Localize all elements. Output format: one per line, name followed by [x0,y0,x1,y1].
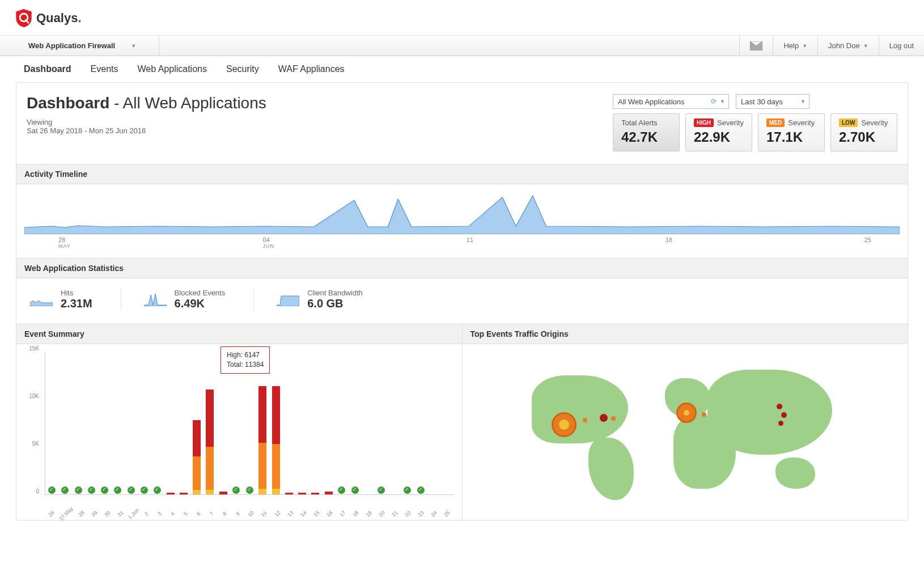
badge-low: LOW [839,119,858,127]
bar-slot[interactable] [335,352,348,494]
bar-slot[interactable] [295,352,308,494]
bar-slot[interactable] [151,352,164,494]
check-icon [351,486,359,494]
bar-slot[interactable] [58,352,71,494]
nav-dashboard[interactable]: Dashboard [24,64,71,74]
filter-range-select[interactable]: Last 30 days ▼ [736,94,809,109]
bar-slot[interactable] [309,352,322,494]
spark-hits-icon [30,293,53,306]
bar-slot[interactable] [85,352,98,494]
stat-bandwidth: Client Bandwidth6.0 GB [253,289,391,310]
topbar: Web Application Firewall ▼ Help▼ John Do… [0,36,924,56]
bar-slot[interactable] [204,352,217,494]
stat-blocked: Blocked Events6.49K [121,289,254,310]
bar-slot[interactable] [98,352,111,494]
bar-slot[interactable] [230,352,243,494]
section-activity-timeline: Activity Timeline [16,164,908,184]
bar-slot[interactable] [440,352,453,494]
bar-slot[interactable] [124,352,137,494]
section-event-summary: Event Summary [16,324,462,344]
bar-slot[interactable] [256,352,269,494]
traffic-origins-map[interactable] [463,344,908,520]
user-menu[interactable]: John Doe▼ [817,36,879,56]
check-icon [48,486,56,494]
bar-slot[interactable] [362,352,375,494]
badge-med: MED [766,119,785,127]
chevron-down-icon: ▼ [131,43,136,49]
check-icon [404,486,411,494]
chart-y-axis: 05K10K15K [16,352,43,497]
card-high-severity[interactable]: HIGHSeverity 22.9K [685,113,752,151]
logout-button[interactable]: Log out [879,36,924,56]
bar-slot[interactable] [401,352,414,494]
event-summary-chart[interactable]: 05K10K15K 2627 May282930311 Jun234567891… [16,344,462,520]
chevron-down-icon: ▼ [720,99,725,104]
bar-slot[interactable] [375,352,388,494]
check-icon [114,486,121,494]
check-icon [378,486,385,494]
check-icon [88,486,95,494]
page-title: Dashboard - All Web Applications [27,94,601,112]
brand-name: Qualys. [36,11,82,26]
help-menu[interactable]: Help▼ [773,36,817,56]
chevron-down-icon: ▼ [863,43,868,49]
check-icon [128,486,135,494]
viewing-range: Viewing Sat 26 May 2018 - Mon 25 Jun 201… [27,118,601,135]
main-nav: Dashboard Events Web Applications Securi… [0,56,924,82]
section-web-app-stats: Web Application Statistics [16,258,908,278]
stat-hits: Hits2.31M [24,289,121,310]
bar-slot[interactable] [138,352,151,494]
refresh-icon: ⟳ [711,98,717,105]
check-icon [101,486,108,494]
bar-slot[interactable] [45,352,58,494]
bar-slot[interactable] [190,352,204,494]
card-low-severity[interactable]: LOWSeverity 2.70K [830,113,897,151]
filter-app-select[interactable]: All Web Applications ⟳ ▼ [613,94,729,109]
logo-shield-icon [16,9,32,27]
bar-slot[interactable] [282,352,295,494]
check-icon [61,486,69,494]
map-marker [552,412,577,437]
activity-timeline-chart[interactable]: 28MAY 04JUN 11 18 25 [16,184,908,258]
mail-button[interactable] [739,36,773,56]
chart-tooltip: High: 6147 Total: 11384 [221,346,270,374]
chevron-down-icon: ▼ [800,99,806,104]
brand-header: Qualys. [0,0,924,36]
summary-cards: Total Alerts 42.7K HIGHSeverity 22.9K ME… [613,113,897,151]
bar-slot[interactable] [164,352,177,494]
bar-slot[interactable] [111,352,124,494]
check-icon [141,486,148,494]
badge-high: HIGH [694,119,714,127]
nav-web-applications[interactable]: Web Applications [138,64,207,74]
nav-waf-appliances[interactable]: WAF Appliances [278,64,345,74]
card-total-alerts[interactable]: Total Alerts 42.7K [613,113,680,151]
chevron-down-icon: ▼ [802,43,807,49]
nav-security[interactable]: Security [226,64,259,74]
spark-bandwidth-icon [277,293,299,306]
section-traffic-origins: Top Events Traffic Origins [463,324,908,344]
bar-slot[interactable] [269,352,282,494]
bar-slot[interactable] [177,352,190,494]
bar-slot[interactable] [217,352,230,494]
dashboard-panel: Dashboard - All Web Applications Viewing… [16,82,908,520]
bar-slot[interactable] [427,352,440,494]
bar-slot[interactable] [322,352,335,494]
bar-slot[interactable] [388,352,401,494]
check-icon [338,486,345,494]
bar-slot[interactable] [71,352,84,494]
bar-slot[interactable] [414,352,427,494]
nav-events[interactable]: Events [91,64,118,74]
check-icon [246,486,253,494]
bar-slot[interactable] [243,352,256,494]
timeline-sparkline [24,189,900,234]
mail-icon [750,41,762,50]
timeline-x-axis: 28MAY 04JUN 11 18 25 [24,234,900,255]
bar-slot[interactable] [348,352,361,494]
map-marker [676,403,697,423]
check-icon [417,486,425,494]
app-switcher[interactable]: Web Application Firewall ▼ [0,36,159,56]
chart-x-axis: 2627 May282930311 Jun2345678910111213141… [45,511,454,517]
check-icon [75,486,82,494]
card-med-severity[interactable]: MEDSeverity 17.1K [758,113,825,151]
check-icon [232,486,240,494]
